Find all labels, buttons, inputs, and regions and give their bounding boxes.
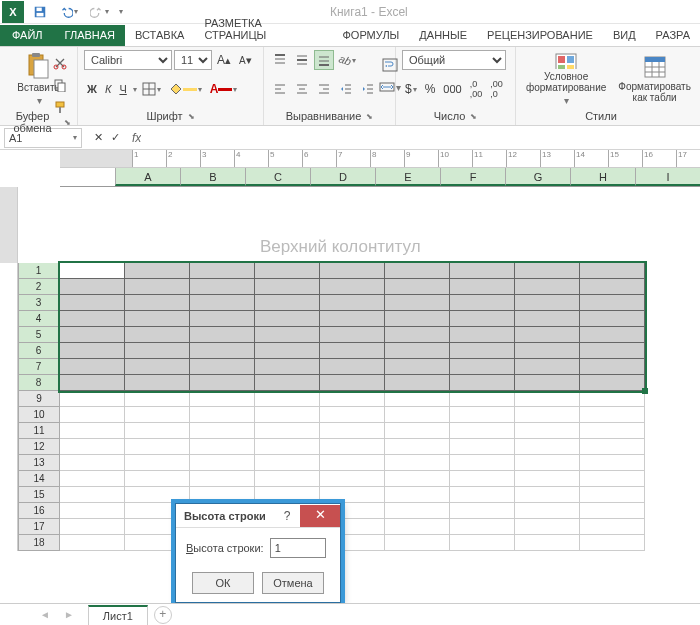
row-header-5[interactable]: 5 — [18, 327, 60, 343]
sheet-tab[interactable]: Лист1 — [88, 605, 148, 625]
enter-formula-icon[interactable]: ✓ — [111, 131, 120, 144]
dialog-help-icon[interactable]: ? — [274, 505, 300, 527]
decrease-indent-icon[interactable] — [336, 79, 356, 99]
row-header-15[interactable]: 15 — [18, 487, 60, 503]
font-name-select[interactable]: Calibri — [84, 50, 172, 70]
col-header-G[interactable]: G — [505, 168, 570, 186]
align-center-icon[interactable] — [292, 79, 312, 99]
row-height-dialog: Высота строки ? ✕ Высота строки: ОК Отме… — [175, 503, 341, 603]
tab-data[interactable]: ДАННЫЕ — [409, 25, 477, 46]
row-header-18[interactable]: 18 — [18, 535, 60, 551]
number-format-select[interactable]: Общий — [402, 50, 506, 70]
row-header-6[interactable]: 6 — [18, 343, 60, 359]
col-header-A[interactable]: A — [115, 168, 180, 186]
increase-font-icon[interactable]: A▴ — [214, 50, 234, 70]
underline-button[interactable]: Ч — [116, 80, 129, 98]
wrap-merge-stack: ▾ — [372, 53, 408, 99]
svg-rect-10 — [56, 102, 64, 107]
percent-icon[interactable]: % — [422, 79, 439, 99]
clipboard-launcher-icon[interactable]: ⬊ — [64, 118, 71, 127]
align-bottom-icon[interactable] — [314, 50, 334, 70]
col-header-E[interactable]: E — [375, 168, 440, 186]
document-title: Книга1 - Excel — [330, 5, 408, 19]
tab-file[interactable]: ФАЙЛ — [0, 25, 55, 46]
italic-button[interactable]: К — [102, 80, 114, 98]
col-header-B[interactable]: B — [180, 168, 245, 186]
fx-icon[interactable]: fx — [132, 131, 141, 145]
row-header-2[interactable]: 2 — [18, 279, 60, 295]
align-top-icon[interactable] — [270, 50, 290, 70]
formula-input[interactable] — [141, 128, 700, 148]
align-launcher-icon[interactable]: ⬊ — [366, 112, 373, 121]
tab-review[interactable]: РЕЦЕНЗИРОВАНИЕ — [477, 25, 603, 46]
svg-rect-43 — [567, 56, 574, 63]
row-header-16[interactable]: 16 — [18, 503, 60, 519]
row-header-4[interactable]: 4 — [18, 311, 60, 327]
row-header-8[interactable]: 8 — [18, 375, 60, 391]
number-launcher-icon[interactable]: ⬊ — [470, 112, 477, 121]
qat-redo-icon[interactable]: ▾ — [87, 2, 112, 22]
font-launcher-icon[interactable]: ⬊ — [188, 112, 195, 121]
qat-undo-icon[interactable]: ▾ — [56, 2, 81, 22]
row-height-label: Высота строки: — [186, 542, 264, 554]
font-size-select[interactable]: 11 — [174, 50, 212, 70]
tab-view[interactable]: ВИД — [603, 25, 646, 46]
align-right-icon[interactable] — [314, 79, 334, 99]
decrease-decimal-icon[interactable]: ,00,0 — [487, 76, 506, 102]
font-group-label: Шрифт — [146, 110, 182, 122]
align-middle-icon[interactable] — [292, 50, 312, 70]
row-header-12[interactable]: 12 — [18, 439, 60, 455]
row-height-input[interactable] — [270, 538, 326, 558]
col-header-H[interactable]: H — [570, 168, 635, 186]
bold-button[interactable]: Ж — [84, 80, 100, 98]
row-header-7[interactable]: 7 — [18, 359, 60, 375]
conditional-formatting-button[interactable]: Условное форматирование▾ — [522, 50, 610, 108]
sheet-nav-prev-icon[interactable]: ◄ — [40, 609, 50, 620]
row-header-14[interactable]: 14 — [18, 471, 60, 487]
cancel-formula-icon[interactable]: ✕ — [94, 131, 103, 144]
row-header-10[interactable]: 10 — [18, 407, 60, 423]
row-header-17[interactable]: 17 — [18, 519, 60, 535]
add-sheet-icon[interactable]: + — [154, 606, 172, 624]
col-header-C[interactable]: C — [245, 168, 310, 186]
align-group-label: Выравнивание — [286, 110, 362, 122]
tab-developer[interactable]: РАЗРА — [646, 25, 700, 46]
qat-customize-icon[interactable]: ▾ — [119, 7, 123, 16]
merge-center-icon[interactable]: ▾ — [376, 77, 404, 97]
fill-color-icon[interactable]: ▾ — [166, 79, 205, 99]
svg-rect-9 — [58, 83, 65, 92]
row-header-11[interactable]: 11 — [18, 423, 60, 439]
wrap-text-icon[interactable] — [379, 55, 401, 75]
sheet-nav-next-icon[interactable]: ► — [64, 609, 74, 620]
row-header-13[interactable]: 13 — [18, 455, 60, 471]
dialog-close-icon[interactable]: ✕ — [300, 505, 340, 527]
increase-decimal-icon[interactable]: ,0,00 — [467, 76, 486, 102]
svg-rect-44 — [558, 65, 565, 69]
tab-formulas[interactable]: ФОРМУЛЫ — [332, 25, 409, 46]
cancel-button[interactable]: Отмена — [262, 572, 324, 594]
col-header-D[interactable]: D — [310, 168, 375, 186]
col-header-I[interactable]: I — [635, 168, 700, 186]
align-left-icon[interactable] — [270, 79, 290, 99]
row-header-9[interactable]: 9 — [18, 391, 60, 407]
cut-icon[interactable] — [50, 53, 70, 73]
row-header-1[interactable]: 1 — [18, 263, 60, 279]
font-color-icon[interactable]: A▾ — [207, 79, 241, 99]
tab-insert[interactable]: ВСТАВКА — [125, 25, 194, 46]
row-header-3[interactable]: 3 — [18, 295, 60, 311]
qat-save-icon[interactable] — [30, 2, 50, 22]
format-painter-icon[interactable] — [50, 97, 70, 117]
tab-home[interactable]: ГЛАВНАЯ — [55, 25, 125, 46]
copy-icon[interactable] — [50, 75, 70, 95]
decrease-font-icon[interactable]: A▾ — [236, 51, 255, 70]
col-header-F[interactable]: F — [440, 168, 505, 186]
svg-rect-2 — [37, 12, 44, 16]
thousands-icon[interactable]: 000 — [440, 80, 464, 98]
cell-grid[interactable]: Верхний колонтитул — [60, 187, 645, 551]
format-as-table-button[interactable]: Форматировать как табли — [614, 50, 695, 108]
tab-layout[interactable]: РАЗМЕТКА СТРАНИЦЫ — [194, 13, 332, 46]
ok-button[interactable]: ОК — [192, 572, 254, 594]
page-header-placeholder[interactable]: Верхний колонтитул — [260, 237, 421, 257]
borders-icon[interactable]: ▾ — [139, 79, 164, 99]
orientation-icon[interactable]: ab▾ — [336, 51, 359, 69]
